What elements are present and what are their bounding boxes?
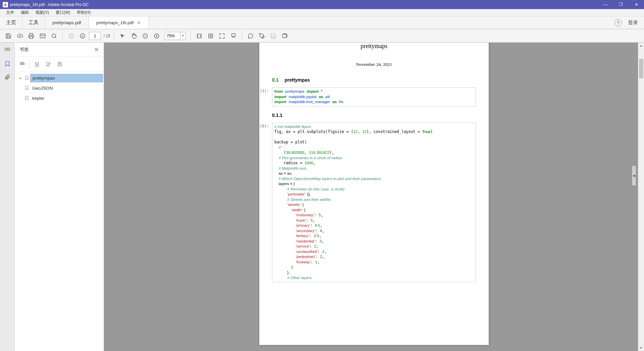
collapse-right-handle[interactable]: ◀	[632, 166, 636, 186]
zoom-level[interactable]: 75%	[164, 32, 180, 40]
svg-rect-21	[20, 62, 24, 63]
new-bookmark-icon[interactable]	[44, 60, 53, 69]
find-bookmark-icon[interactable]	[55, 60, 64, 69]
save-icon[interactable]	[3, 31, 13, 41]
panel-header: 书签 ✕	[15, 43, 104, 57]
svg-rect-19	[5, 48, 7, 50]
svg-rect-22	[20, 64, 24, 64]
pointer-icon[interactable]	[117, 31, 127, 41]
bookmark-kepler[interactable]: kepler	[15, 93, 103, 103]
svg-point-2	[52, 34, 56, 38]
svg-rect-15	[232, 34, 235, 36]
bookmark-prettympas[interactable]: ▸ prettympas	[15, 73, 103, 83]
menu-file[interactable]: 文件	[3, 9, 17, 16]
save-disabled-icon	[268, 31, 278, 41]
doc-title: prettymaps	[272, 43, 476, 50]
fit-page-icon[interactable]	[206, 31, 216, 41]
delete-bookmark-icon[interactable]	[33, 60, 41, 69]
thumbnails-icon[interactable]	[4, 47, 11, 54]
menu-window[interactable]: 窗口(W)	[52, 9, 73, 16]
close-window-button[interactable]: ✕	[629, 0, 644, 9]
bookmarks-icon[interactable]	[4, 60, 11, 68]
menu-help[interactable]: 帮助(H)	[73, 9, 94, 16]
svg-point-4	[69, 34, 73, 38]
toolbar: / 15 75% ▼	[0, 29, 644, 43]
menu-bar: 文件 编辑 视图(V) 窗口(W) 帮助(H)	[0, 9, 644, 16]
attachments-icon[interactable]	[4, 74, 11, 81]
page-number-input[interactable]	[89, 32, 101, 40]
app-icon: A	[3, 2, 8, 7]
fullscreen-icon[interactable]	[217, 31, 227, 41]
scroll-down-icon[interactable]: ▼	[638, 345, 644, 351]
tab-doc-prettymaps-1th[interactable]: prettymaps_1th.pdf ✕	[89, 16, 149, 29]
cell-prompt: [1]:	[260, 89, 269, 93]
svg-rect-11	[197, 34, 201, 38]
scrollbar-thumb[interactable]	[639, 59, 643, 78]
svg-point-5	[80, 34, 85, 38]
left-rail	[0, 43, 15, 351]
svg-point-25	[59, 63, 60, 64]
save-multiple-icon[interactable]	[280, 31, 290, 41]
bookmark-icon	[23, 96, 30, 100]
svg-line-3	[55, 37, 56, 38]
cloud-upload-icon[interactable]	[15, 31, 25, 41]
options-icon[interactable]	[18, 60, 27, 69]
minimize-button[interactable]: —	[598, 0, 613, 9]
close-tab-icon[interactable]: ✕	[137, 20, 141, 26]
email-icon[interactable]	[38, 31, 48, 41]
vertical-scrollbar[interactable]: ▲ ▼	[638, 43, 644, 351]
tab-home[interactable]: 主页	[0, 16, 22, 29]
page-down-icon[interactable]	[77, 31, 88, 41]
svg-rect-20	[8, 48, 9, 50]
title-bar: A prettymaps_1th.pdf - Adobe Acrobat Pro…	[0, 0, 644, 9]
section-heading-2: 0.1.1	[272, 113, 476, 118]
doc-date: November 24, 2021	[272, 62, 476, 67]
close-panel-icon[interactable]: ✕	[94, 46, 99, 53]
bookmark-icon	[23, 76, 30, 80]
panel-tools	[15, 57, 104, 72]
bookmarks-panel: 书签 ✕ ▸ prettympas GeoJSON kepler	[15, 43, 104, 351]
pdf-page: prettymaps November 24, 2021 0.1prettymp…	[259, 43, 489, 345]
comment-icon[interactable]	[246, 31, 256, 41]
cell-prompt: [9]:	[260, 124, 269, 128]
login-link[interactable]: 登录	[628, 19, 638, 26]
zoom-out-icon[interactable]	[140, 31, 150, 41]
svg-rect-0	[30, 36, 33, 38]
expand-icon[interactable]: ▸	[18, 76, 23, 80]
bookmark-geojson[interactable]: GeoJSON	[15, 83, 103, 93]
code-cell-2: [9]: # Init matplotlib figure fig, ax = …	[272, 123, 476, 282]
bookmark-icon	[23, 86, 30, 90]
page-up-icon[interactable]	[66, 31, 76, 41]
fit-width-icon[interactable]	[194, 31, 204, 41]
bookmark-list: ▸ prettympas GeoJSON kepler	[15, 72, 104, 351]
read-aloud-icon[interactable]	[228, 31, 238, 41]
tab-doc-prettymaps[interactable]: prettymaps.pdf	[45, 16, 89, 29]
zoom-dropdown-icon[interactable]: ▼	[180, 32, 186, 40]
help-icon[interactable]: ?	[614, 19, 622, 27]
main-area: 书签 ✕ ▸ prettympas GeoJSON kepler	[0, 43, 644, 351]
maximize-button[interactable]: ❐	[613, 0, 629, 9]
print-icon[interactable]	[26, 31, 36, 41]
menu-view[interactable]: 视图(V)	[32, 9, 52, 16]
window-controls: — ❐ ✕	[598, 0, 644, 9]
tab-tools[interactable]: 工具	[22, 16, 45, 29]
window-title: prettymaps_1th.pdf - Adobe Acrobat Pro D…	[10, 2, 598, 7]
panel-title: 书签	[19, 47, 94, 53]
hand-icon[interactable]	[129, 31, 139, 41]
code-cell-1: [1]: from prettymaps import * import mat…	[272, 87, 476, 106]
tab-bar: 主页 工具 prettymaps.pdf prettymaps_1th.pdf …	[0, 16, 644, 29]
section-heading: 0.1prettympas	[272, 77, 476, 83]
search-icon[interactable]	[49, 31, 59, 41]
zoom-in-icon[interactable]	[152, 31, 162, 41]
scroll-up-icon[interactable]: ▲	[638, 43, 644, 49]
page-total: / 15	[104, 34, 110, 38]
menu-edit[interactable]: 编辑	[17, 9, 32, 16]
login-area: ? 登录	[614, 16, 644, 29]
document-viewport[interactable]: prettymaps November 24, 2021 0.1prettymp…	[104, 43, 644, 351]
highlight-icon[interactable]	[257, 31, 267, 41]
